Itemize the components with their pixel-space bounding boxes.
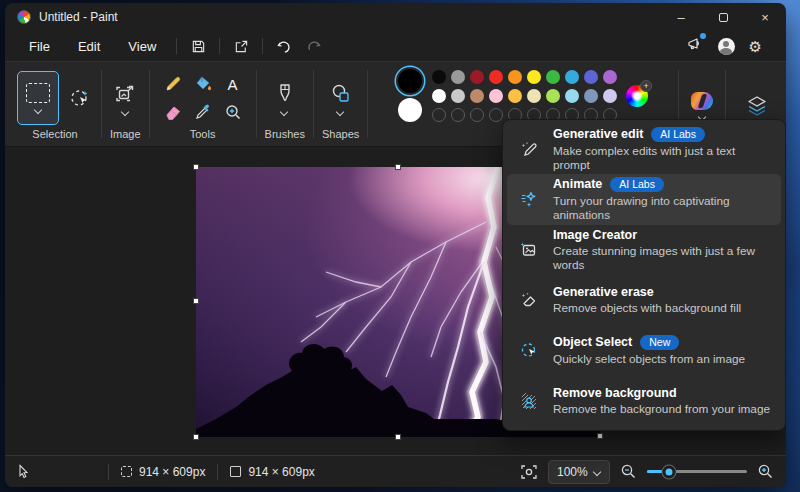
selection-size-indicator: 914 × 609px xyxy=(121,465,205,479)
layers-button[interactable] xyxy=(744,93,770,119)
colour-swatch-1-4[interactable] xyxy=(508,70,522,84)
colour-swatch-1-3[interactable] xyxy=(489,70,503,84)
badge-new: New xyxy=(640,335,679,350)
badge-ai-labs: AI Labs xyxy=(651,127,705,142)
object-select-tool-icon xyxy=(69,87,91,109)
colour-swatch-1-8[interactable] xyxy=(584,70,598,84)
shapes-icon[interactable] xyxy=(329,82,353,106)
chevron-down-icon xyxy=(35,106,42,113)
colour-swatch-1-7[interactable] xyxy=(565,70,579,84)
colour-swatch-empty-2[interactable] xyxy=(470,108,484,122)
redo-button[interactable] xyxy=(299,34,329,58)
colour-swatch-2-2[interactable] xyxy=(470,89,484,103)
ai-menu-item-remove-background[interactable]: Remove backgroundRemove the background f… xyxy=(507,376,781,426)
text-tool-icon: A xyxy=(228,76,238,93)
zoom-to-fit-button[interactable] xyxy=(520,464,538,480)
chevron-down-icon[interactable] xyxy=(337,108,344,115)
zoom-slider[interactable] xyxy=(647,465,747,479)
close-button[interactable]: × xyxy=(744,3,786,31)
ai-menu-item-generative-erase[interactable]: Generative eraseRemove objects with back… xyxy=(507,275,781,325)
selection-section-label: Selection xyxy=(32,128,77,142)
copilot-dropdown-menu: Generative editAI LabsMake complex edits… xyxy=(502,119,786,431)
colour-swatch-empty-3[interactable] xyxy=(489,108,503,122)
ai-menu-item-subtitle: Remove objects with background fill xyxy=(553,301,741,315)
rectangle-select-tool[interactable] xyxy=(17,71,59,125)
save-button[interactable] xyxy=(183,34,213,58)
ai-menu-item-subtitle: Turn your drawing into captivating anima… xyxy=(553,194,771,222)
menu-view[interactable]: View xyxy=(114,35,170,58)
image-options-icon[interactable] xyxy=(113,82,137,106)
colour-swatch-empty-1[interactable] xyxy=(451,108,465,122)
edit-colours-button[interactable] xyxy=(626,85,648,107)
selection-handle-bottom-left[interactable] xyxy=(193,434,199,440)
eyedropper-tool[interactable] xyxy=(190,99,216,125)
ai-menu-item-generative-edit[interactable]: Generative editAI LabsMake complex edits… xyxy=(507,124,781,174)
zoom-out-button[interactable] xyxy=(620,463,637,480)
share-button[interactable] xyxy=(226,34,256,58)
selection-handle-bottom-right[interactable] xyxy=(597,433,603,439)
remove-background-icon xyxy=(517,391,541,411)
titlebar: Untitled - Paint – × xyxy=(5,3,786,31)
zoom-in-button[interactable] xyxy=(757,463,774,480)
ai-menu-item-title: Object Select xyxy=(553,335,632,349)
undo-icon xyxy=(276,39,292,54)
colour-swatch-2-8[interactable] xyxy=(584,89,598,103)
colour-swatch-2-3[interactable] xyxy=(489,89,503,103)
badge-ai-labs: AI Labs xyxy=(610,177,664,192)
ai-menu-item-title: Generative erase xyxy=(553,285,654,299)
selection-handle-top-middle[interactable] xyxy=(395,164,401,170)
magnifier-tool[interactable] xyxy=(220,99,246,125)
zoom-level-dropdown[interactable]: 100% xyxy=(548,460,610,484)
brushes-icon[interactable] xyxy=(274,82,296,106)
save-icon xyxy=(191,39,206,54)
menu-file[interactable]: File xyxy=(15,35,64,58)
generative-erase-icon xyxy=(517,290,541,310)
paint-window: Untitled - Paint – × File Edit View xyxy=(5,3,786,487)
colour-swatch-2-6[interactable] xyxy=(546,89,560,103)
colour-swatch-2-9[interactable] xyxy=(603,89,617,103)
colour-swatch-2-0[interactable] xyxy=(432,89,446,103)
colour-swatch-1-0[interactable] xyxy=(432,70,446,84)
colour-swatch-empty-0[interactable] xyxy=(432,108,446,122)
object-select-tool[interactable] xyxy=(67,85,93,111)
settings-gear-icon[interactable]: ⚙ xyxy=(749,39,762,54)
account-avatar[interactable] xyxy=(718,38,735,55)
chevron-down-icon[interactable] xyxy=(122,108,129,115)
maximize-button[interactable] xyxy=(702,3,744,31)
selection-handle-middle-left[interactable] xyxy=(193,298,199,304)
colour-swatch-1-1[interactable] xyxy=(451,70,465,84)
ai-menu-item-subtitle: Create stunning images with just a few w… xyxy=(553,244,771,272)
canvas-size-icon xyxy=(230,466,241,477)
colour-swatch-1-6[interactable] xyxy=(546,70,560,84)
ai-menu-item-title: Generative edit xyxy=(553,127,643,141)
menu-edit[interactable]: Edit xyxy=(64,35,114,58)
colour-swatch-2-1[interactable] xyxy=(451,89,465,103)
colour-swatch-1-9[interactable] xyxy=(603,70,617,84)
fill-tool[interactable] xyxy=(190,71,216,97)
ai-menu-item-object-select[interactable]: Object SelectNewQuickly select objects f… xyxy=(507,325,781,375)
chevron-down-icon[interactable] xyxy=(281,108,288,115)
undo-button[interactable] xyxy=(269,34,299,58)
minimize-button[interactable]: – xyxy=(660,3,702,31)
ai-menu-item-image-creator[interactable]: Image CreatorCreate stunning images with… xyxy=(507,225,781,275)
colour-swatch-1-5[interactable] xyxy=(527,70,541,84)
copilot-button[interactable] xyxy=(691,92,713,110)
text-tool[interactable]: A xyxy=(220,71,246,97)
image-section-label: Image xyxy=(110,128,141,142)
announcements-button[interactable] xyxy=(686,36,704,56)
pencil-tool[interactable] xyxy=(160,71,186,97)
zoom-slider-thumb[interactable] xyxy=(663,465,676,478)
colour-swatch-2-7[interactable] xyxy=(565,89,579,103)
colour-swatch-2-4[interactable] xyxy=(508,89,522,103)
colour-swatch-1-2[interactable] xyxy=(470,70,484,84)
selection-handle-bottom-middle[interactable] xyxy=(395,434,401,440)
selection-handle-top-left[interactable] xyxy=(193,164,199,170)
secondary-colour-swatch[interactable] xyxy=(398,98,422,122)
eraser-tool[interactable] xyxy=(160,99,186,125)
selection-size-icon xyxy=(121,466,132,477)
animate-icon xyxy=(517,189,541,209)
primary-colour-swatch[interactable] xyxy=(398,69,422,93)
colour-swatch-2-5[interactable] xyxy=(527,89,541,103)
ai-menu-item-subtitle: Remove the background from your image xyxy=(553,402,770,416)
ai-menu-item-animate[interactable]: AnimateAI LabsTurn your drawing into cap… xyxy=(507,174,781,224)
